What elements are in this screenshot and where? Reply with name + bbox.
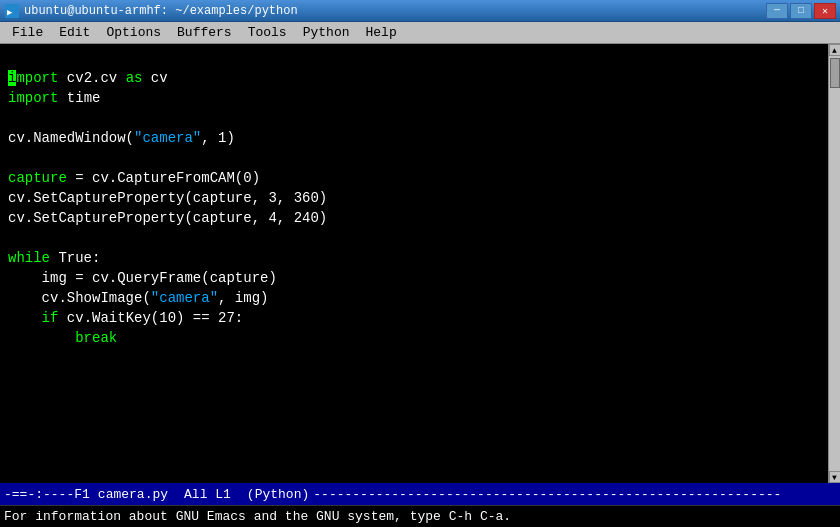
menu-item-buffers[interactable]: Buffers (169, 23, 240, 42)
svg-text:▶: ▶ (7, 8, 13, 18)
editor-area: import cv2.cv as cv import time cv.Named… (0, 44, 840, 483)
status-mode: (Python) (247, 487, 309, 502)
menu-item-options[interactable]: Options (98, 23, 169, 42)
info-bar: For information about GNU Emacs and the … (0, 505, 840, 527)
minimize-button[interactable]: ─ (766, 3, 788, 19)
close-button[interactable]: ✕ (814, 3, 836, 19)
menu-item-tools[interactable]: Tools (240, 23, 295, 42)
scroll-thumb[interactable] (830, 58, 840, 88)
status-position: All L1 (184, 487, 231, 502)
scroll-up-button[interactable]: ▲ (829, 44, 841, 56)
status-bar: -==-:----F1 camera.py All L1 (Python) --… (0, 483, 840, 505)
menu-bar: FileEditOptionsBuffersToolsPythonHelp (0, 22, 840, 44)
status-filename: camera.py (98, 487, 168, 502)
terminal-icon: ▶ (4, 3, 20, 19)
menu-item-help[interactable]: Help (357, 23, 404, 42)
window-controls: ─ □ ✕ (766, 3, 836, 19)
window-title: ubuntu@ubuntu-armhf: ~/examples/python (24, 4, 766, 18)
menu-item-python[interactable]: Python (295, 23, 358, 42)
scroll-down-button[interactable]: ▼ (829, 471, 841, 483)
menu-item-file[interactable]: File (4, 23, 51, 42)
info-text: For information about GNU Emacs and the … (4, 509, 511, 524)
maximize-button[interactable]: □ (790, 3, 812, 19)
title-bar: ▶ ubuntu@ubuntu-armhf: ~/examples/python… (0, 0, 840, 22)
code-editor[interactable]: import cv2.cv as cv import time cv.Named… (0, 44, 828, 483)
status-left: -==-:----F1 (4, 487, 90, 502)
menu-item-edit[interactable]: Edit (51, 23, 98, 42)
scrollbar[interactable]: ▲ ▼ (828, 44, 840, 483)
status-dashes: ----------------------------------------… (313, 487, 781, 502)
